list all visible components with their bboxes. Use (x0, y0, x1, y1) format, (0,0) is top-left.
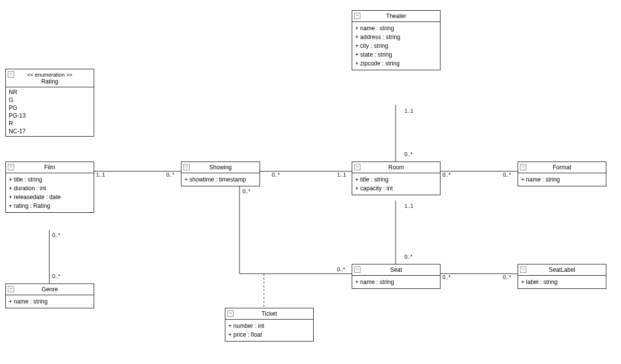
multiplicity: 0..* (442, 172, 451, 178)
collapse-icon[interactable]: − (520, 266, 526, 273)
class-title: Showing (209, 164, 232, 171)
class-title: Format (553, 164, 571, 171)
enum-values: NR G PG PG-13 R NC-17 (6, 87, 94, 136)
class-showing[interactable]: − Showing + showtime : timestamp (181, 162, 260, 186)
collapse-icon[interactable]: − (8, 164, 14, 170)
class-title: SeatLabel (549, 266, 575, 273)
multiplicity: 0..* (52, 232, 61, 238)
class-rating-enum[interactable]: − << enumeration >> Rating NR G PG PG-13… (5, 69, 94, 137)
multiplicity: 0..* (166, 172, 175, 178)
attribute: + name : string (9, 297, 91, 306)
attribute: + rating : Rating (9, 202, 91, 210)
multiplicity: 0..* (404, 254, 413, 260)
collapse-icon[interactable]: − (354, 266, 361, 273)
multiplicity: 0..* (242, 188, 251, 194)
class-genre[interactable]: − Genre + name : string (5, 283, 94, 308)
class-title: Seat (390, 266, 402, 273)
attribute: + duration : int (9, 184, 91, 193)
attribute: + state : string (355, 50, 437, 59)
class-format[interactable]: − Format + name : string (518, 162, 606, 186)
class-title: Room (388, 164, 404, 171)
class-title: Rating (41, 78, 59, 85)
collapse-icon[interactable]: − (354, 164, 361, 170)
multiplicity: 0..* (271, 172, 280, 178)
class-film[interactable]: − Film + title : string + duration : int… (5, 162, 94, 213)
attribute: + releasedate : date (9, 193, 91, 202)
multiplicity: 0..* (442, 274, 451, 280)
multiplicity: 1..1 (404, 108, 414, 114)
collapse-icon[interactable]: − (520, 164, 526, 170)
attribute: + name : string (521, 175, 603, 184)
attribute: + name : string (355, 278, 437, 286)
collapse-icon[interactable]: − (8, 286, 14, 292)
class-seatlabel[interactable]: − SeatLabel + label : string (518, 264, 606, 289)
class-title: Genre (41, 286, 58, 293)
multiplicity: 1..1 (404, 203, 414, 209)
multiplicity: 1..1 (337, 172, 346, 178)
attribute: + city : string (355, 41, 437, 50)
attribute: + showtime : timestamp (184, 175, 257, 184)
attribute: + title : string (9, 175, 91, 184)
class-theater[interactable]: − Theater + name : string + address : st… (352, 10, 441, 70)
multiplicity: 0..* (337, 266, 346, 272)
multiplicity: 0..* (502, 172, 512, 178)
class-seat[interactable]: − Seat + name : string (352, 264, 441, 289)
collapse-icon[interactable]: − (354, 13, 361, 19)
class-title: Theater (386, 13, 406, 20)
collapse-icon[interactable]: − (8, 71, 14, 78)
class-room[interactable]: − Room + title : string + capacity : int (352, 162, 441, 195)
attribute: + capacity : int (355, 184, 437, 193)
attribute: + name : string (355, 24, 437, 33)
attribute: + number : int (228, 322, 310, 330)
attribute: + label : string (521, 278, 603, 286)
collapse-icon[interactable]: − (183, 164, 190, 170)
attribute: + price : float (228, 330, 310, 339)
multiplicity: 1..1 (96, 172, 105, 178)
class-title: Ticket (261, 310, 277, 317)
multiplicity: 0..* (502, 274, 512, 280)
multiplicity: 0..* (404, 151, 413, 157)
attribute: + zipcode : string (355, 59, 437, 68)
attribute: + address : string (355, 33, 437, 41)
attribute: + title : string (355, 175, 437, 184)
stereotype-label: << enumeration >> (27, 72, 73, 78)
multiplicity: 0..* (52, 273, 61, 279)
class-ticket[interactable]: − Ticket + number : int + price : float (225, 308, 314, 342)
collapse-icon[interactable]: − (227, 310, 234, 317)
class-title: Film (44, 164, 56, 171)
